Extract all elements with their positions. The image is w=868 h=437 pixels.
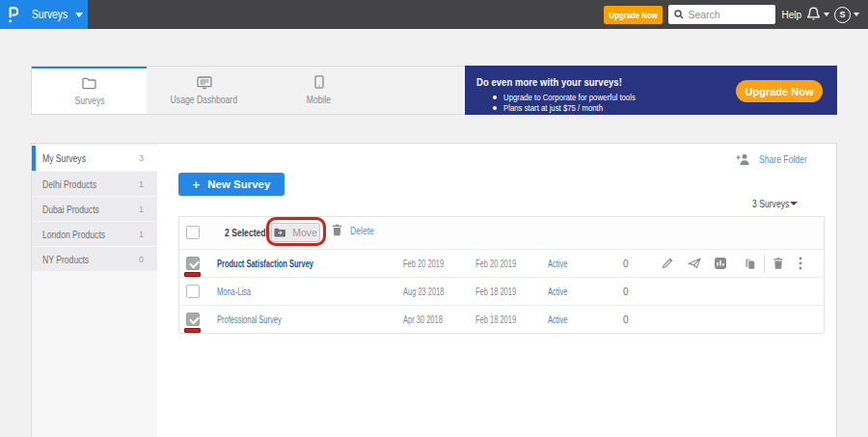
search-icon	[674, 10, 684, 19]
surveys-panel: Share Folder + New Survey 3 Surveys 2 Se…	[157, 144, 836, 437]
survey-name-link[interactable]: Product Satisfaction Survey	[217, 259, 357, 269]
topbar: Surveys Upgrade Now Help S	[0, 0, 868, 29]
date-modified: Feb 18 2019	[475, 314, 529, 325]
folders-sidebar: My Surveys 3 Delhi Products 1 Dubai Prod…	[32, 144, 157, 437]
bell-icon	[806, 7, 821, 22]
banner-bullet-text: Upgrade to Corporate for powerful tools	[503, 92, 636, 102]
row-checkbox[interactable]	[186, 313, 200, 326]
search-input[interactable]	[688, 9, 771, 20]
product-switcher[interactable]: Surveys	[0, 0, 88, 29]
dashboard-icon	[197, 76, 212, 89]
surveys-count-dropdown[interactable]: 3 Surveys	[752, 198, 798, 209]
notifications-menu[interactable]	[806, 7, 829, 22]
proprofs-logo-icon	[9, 7, 18, 23]
share-folder-label: Share Folder	[759, 153, 799, 165]
date-modified: Feb 20 2019	[475, 259, 529, 269]
annotation-underline-row3	[184, 328, 201, 333]
tab-usage-dashboard[interactable]: Usage Dashboard	[147, 67, 261, 114]
tab-surveys[interactable]: Surveys	[32, 67, 147, 114]
trash-icon[interactable]	[773, 258, 784, 270]
new-survey-label: New Survey	[207, 178, 270, 190]
tab-label: Usage Dashboard	[171, 94, 237, 105]
banner-bullet-text: Plans start at just $75 / month	[503, 102, 603, 113]
row-actions	[662, 250, 824, 277]
survey-name-link[interactable]: Mona-Lisa	[217, 287, 357, 297]
search-box[interactable]	[668, 5, 775, 24]
sidebar-item-ny-products[interactable]: NY Products 0	[32, 247, 157, 271]
status-link[interactable]: Active	[548, 287, 605, 297]
row-checkbox[interactable]	[186, 285, 200, 298]
smartphone-icon	[314, 75, 324, 89]
copy-icon[interactable]	[745, 258, 756, 270]
trash-icon	[332, 224, 342, 236]
sidebar-item-my-surveys[interactable]: My Surveys 3	[32, 146, 157, 171]
avatar: S	[834, 7, 851, 23]
sidebar-item-label: My Surveys	[42, 152, 86, 164]
content-card: My Surveys 3 Delhi Products 1 Dubai Prod…	[31, 143, 837, 437]
reports-icon[interactable]	[715, 258, 727, 270]
edit-icon[interactable]	[662, 258, 674, 270]
chevron-down-icon	[75, 13, 83, 17]
select-all-checkbox[interactable]	[186, 226, 200, 239]
sidebar-item-london-products[interactable]: London Products 1	[32, 222, 157, 246]
chevron-down-icon	[824, 13, 829, 16]
product-name: Surveys	[32, 8, 61, 21]
sidebar-item-label: Delhi Products	[42, 178, 96, 190]
divider	[764, 255, 765, 273]
share-folder-link[interactable]: Share Folder	[736, 153, 807, 165]
banner-title-text: Do even more with your surveys!	[476, 76, 622, 88]
move-button[interactable]: Move	[271, 223, 320, 242]
tab-bar-spacer	[376, 67, 465, 114]
sidebar-item-count: 1	[139, 230, 144, 239]
account-menu[interactable]: S	[834, 7, 859, 23]
sidebar-item-label: NY Products	[42, 254, 89, 265]
more-options-icon[interactable]	[799, 257, 802, 270]
person-add-icon	[736, 153, 750, 165]
row-actions	[662, 306, 824, 333]
status-link[interactable]: Active	[548, 259, 605, 269]
sidebar-item-dubai-products[interactable]: Dubai Products 1	[32, 197, 157, 221]
sidebar-item-count: 3	[139, 153, 144, 163]
date-modified: Feb 18 2019	[475, 287, 529, 297]
sidebar-item-delhi-products[interactable]: Delhi Products 1	[32, 172, 157, 196]
sidebar-item-count: 0	[139, 255, 144, 264]
folder-move-icon	[274, 228, 286, 237]
sidebar-item-label: London Products	[42, 229, 105, 240]
survey-name-link[interactable]: Professional Survey	[217, 314, 357, 325]
upgrade-now-button[interactable]: Upgrade Now	[604, 6, 663, 24]
banner-upgrade-button[interactable]: Upgrade Now	[736, 80, 823, 102]
plus-icon: +	[193, 178, 201, 192]
sidebar-item-count: 1	[139, 179, 144, 189]
tab-label: Mobile	[307, 94, 331, 105]
row-checkbox[interactable]	[186, 257, 200, 270]
responses-count: 0	[623, 314, 662, 325]
responses-count: 0	[623, 287, 662, 297]
help-link[interactable]: Help	[781, 10, 801, 20]
new-survey-button[interactable]: + New Survey	[178, 173, 285, 196]
upgrade-now-label: Upgrade Now	[610, 10, 658, 20]
date-created: Apr 30 2018	[403, 314, 457, 325]
survey-row: Product Satisfaction Survey Feb 20 2019 …	[179, 249, 824, 277]
row-actions	[662, 278, 824, 305]
delete-button[interactable]: Delete	[332, 224, 379, 236]
tab-bar: Surveys Usage Dashboard Mobile Do even m…	[31, 66, 837, 115]
selected-count-label: 2 Selected	[225, 227, 258, 238]
tab-mobile[interactable]: Mobile	[261, 67, 376, 114]
send-icon[interactable]	[688, 258, 701, 269]
bulk-actions-toolbar: 2 Selected Move	[179, 217, 824, 249]
survey-row: Professional Survey Apr 30 2018 Feb 18 2…	[179, 305, 824, 333]
chevron-down-icon	[854, 13, 859, 16]
topbar-actions: Upgrade Now Help S	[604, 5, 859, 24]
sidebar-item-count: 1	[139, 205, 144, 214]
survey-row: Mona-Lisa Aug 23 2018 Feb 18 2019 Active…	[179, 277, 824, 305]
folder-icon	[82, 77, 97, 90]
date-created: Feb 20 2019	[403, 259, 457, 269]
delete-label: Delete	[350, 225, 374, 236]
chevron-down-icon	[790, 202, 798, 205]
banner-bullet: Plans start at just $75 / month	[476, 102, 837, 113]
sidebar-item-label: Dubai Products	[42, 204, 99, 215]
surveys-table: 2 Selected Move	[178, 216, 825, 334]
move-label: Move	[292, 227, 317, 238]
status-link[interactable]: Active	[548, 314, 605, 325]
date-created: Aug 23 2018	[403, 287, 457, 297]
